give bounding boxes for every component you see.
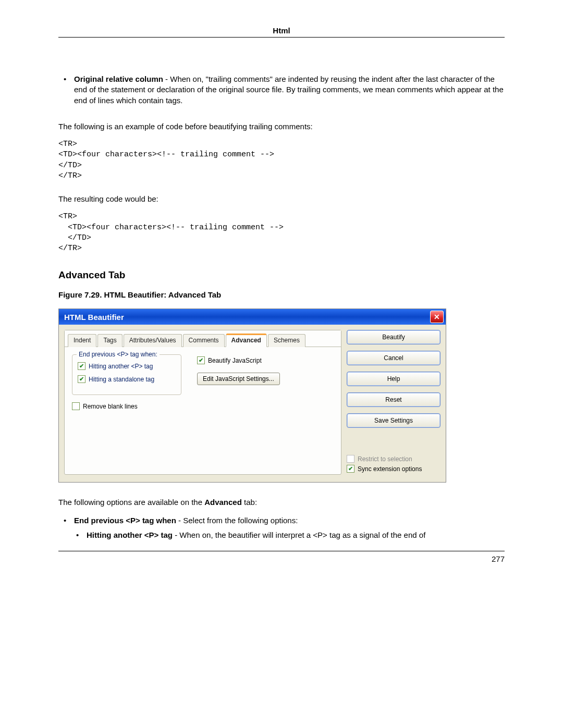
checkbox-label: Beautify JavaScript bbox=[208, 357, 262, 364]
help-button[interactable]: Help bbox=[347, 372, 440, 386]
para-after-figure: The following options are available on t… bbox=[58, 497, 505, 508]
cancel-button[interactable]: Cancel bbox=[347, 351, 440, 365]
dialog-html-beautifier: HTML Beautifier ✕ Indent Tags Attributes… bbox=[58, 309, 446, 483]
dialog-title: HTML Beautifier bbox=[64, 313, 124, 322]
page-number: 277 bbox=[0, 551, 563, 563]
tab-advanced[interactable]: Advanced bbox=[226, 334, 267, 347]
checkbox-hitting-another-p[interactable]: Hitting another <P> tag bbox=[78, 362, 176, 370]
checkbox-icon bbox=[347, 455, 354, 463]
groupbox-end-previous-p: End previous <P> tag when: Hitting anoth… bbox=[72, 354, 181, 395]
close-icon[interactable]: ✕ bbox=[430, 311, 444, 323]
figure-caption: Figure 7.29. HTML Beautifier: Advanced T… bbox=[58, 290, 505, 299]
bullet-bold: End previous <P> tag when bbox=[74, 516, 176, 525]
bullet-original-relative-column: • Original relative column - When on, "t… bbox=[58, 74, 505, 106]
section-heading-advanced-tab: Advanced Tab bbox=[58, 269, 505, 281]
checkbox-remove-blank-lines[interactable]: Remove blank lines bbox=[72, 402, 181, 410]
code-block-1: <TR> <TD><four characters><!-- trailing … bbox=[58, 139, 505, 181]
tab-comments[interactable]: Comments bbox=[183, 334, 225, 347]
bullet-bold: Hitting another <P> tag bbox=[87, 530, 173, 539]
checkbox-icon bbox=[78, 362, 85, 370]
tab-indent[interactable]: Indent bbox=[68, 334, 96, 347]
checkbox-label: Remove blank lines bbox=[83, 403, 138, 410]
checkbox-beautify-javascript[interactable]: Beautify JavaScript bbox=[197, 356, 334, 364]
bullet-text: - Select from the following options: bbox=[176, 516, 298, 525]
tab-schemes[interactable]: Schemes bbox=[268, 334, 305, 347]
para-before-code1: The following is an example of code befo… bbox=[58, 121, 505, 132]
groupbox-legend: End previous <P> tag when: bbox=[77, 351, 160, 358]
checkbox-label: Restrict to selection bbox=[358, 455, 412, 463]
checkbox-icon bbox=[78, 375, 85, 383]
para-before-code2: The resulting code would be: bbox=[58, 194, 505, 204]
checkbox-sync-extension-options[interactable]: Sync extension options bbox=[347, 465, 440, 473]
code-block-2: <TR> <TD><four characters><!-- trailing … bbox=[58, 212, 505, 254]
edit-javascript-settings-button[interactable]: Edit JavaScript Settings... bbox=[197, 373, 280, 385]
checkbox-restrict-to-selection: Restrict to selection bbox=[347, 455, 440, 463]
bullet-text: - When on, the beautifier will interpret… bbox=[173, 530, 425, 539]
checkbox-hitting-standalone[interactable]: Hitting a standalone tag bbox=[78, 375, 176, 383]
reset-button[interactable]: Reset bbox=[347, 392, 440, 407]
page-header: Html bbox=[58, 26, 505, 37]
bullet-bold: Original relative column bbox=[74, 75, 163, 83]
checkbox-label: Hitting another <P> tag bbox=[89, 363, 153, 370]
dialog-titlebar[interactable]: HTML Beautifier ✕ bbox=[59, 309, 446, 325]
tab-strip: Indent Tags Attributes/Values Comments A… bbox=[65, 330, 341, 347]
checkbox-label: Hitting a standalone tag bbox=[89, 376, 154, 383]
bullet-end-previous-p: • End previous <P> tag when - Select fro… bbox=[58, 515, 505, 526]
checkbox-label: Sync extension options bbox=[358, 465, 422, 473]
bullet-hitting-another-p: • Hitting another <P> tag - When on, the… bbox=[58, 530, 505, 540]
tab-attributes-values[interactable]: Attributes/Values bbox=[124, 334, 182, 347]
save-settings-button[interactable]: Save Settings bbox=[347, 413, 440, 428]
beautify-button[interactable]: Beautify bbox=[347, 330, 440, 344]
checkbox-icon bbox=[72, 402, 80, 410]
tab-tags[interactable]: Tags bbox=[97, 334, 122, 347]
checkbox-icon bbox=[197, 356, 205, 364]
checkbox-icon bbox=[347, 465, 354, 473]
